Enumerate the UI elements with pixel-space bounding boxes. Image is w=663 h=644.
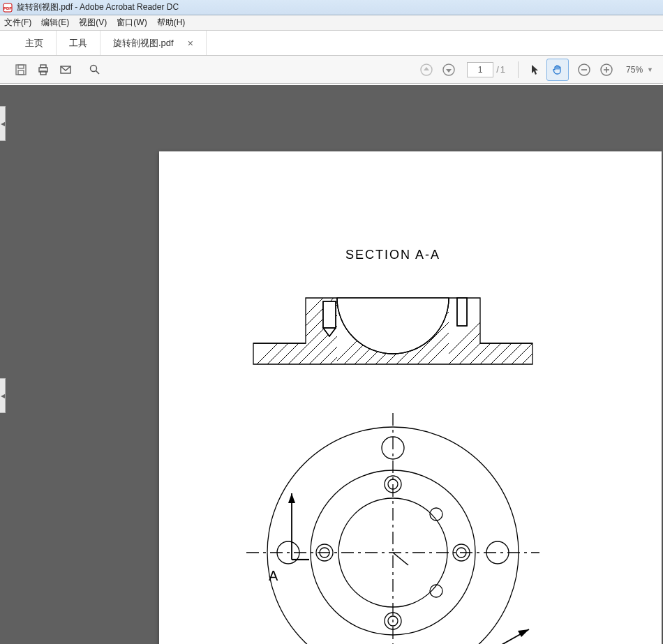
svg-line-40 [515,270,592,382]
hand-tool-button[interactable] [546,59,569,81]
svg-line-36 [473,270,585,382]
select-tool-button[interactable] [524,59,546,81]
svg-rect-4 [18,70,24,75]
tab-row: 主页 工具 旋转剖视图.pdf × [0,31,663,56]
left-panel-toggle-top[interactable]: ◀ [0,106,6,141]
technical-drawing: SECTION A-A [194,242,592,644]
tab-document[interactable]: 旋转剖视图.pdf × [100,31,207,55]
page-up-button[interactable] [415,59,438,81]
close-icon[interactable]: × [188,38,193,49]
page-down-button[interactable] [438,59,460,81]
email-button[interactable] [54,59,77,81]
toolbar: 1 / 1 75% ▼ [0,56,663,84]
svg-line-10 [96,70,100,74]
page-current-input[interactable]: 1 [467,62,493,77]
menu-bar: 文件(F) 编辑(E) 视图(V) 窗口(W) 帮助(H) [0,15,663,31]
menu-view[interactable]: 视图(V) [79,17,107,29]
left-panel-toggle-bottom[interactable]: ◀ [0,378,6,413]
svg-line-39 [505,270,592,382]
svg-rect-6 [40,65,46,68]
svg-rect-3 [18,65,24,68]
svg-line-35 [463,270,574,382]
svg-line-32 [431,270,543,382]
print-button[interactable] [32,59,54,81]
menu-window[interactable]: 窗口(W) [117,17,147,29]
svg-line-34 [452,270,564,382]
page-separator: / [496,64,499,75]
svg-line-37 [484,270,592,382]
menu-help[interactable]: 帮助(H) [157,17,186,29]
svg-point-9 [91,65,97,71]
svg-rect-2 [16,65,26,75]
svg-rect-52 [457,298,467,326]
svg-text:A: A [269,568,278,583]
window-titlebar: PDF 旋转剖视图.pdf - Adobe Acrobat Reader DC [0,0,663,15]
toolbar-separator [518,61,519,78]
svg-rect-51 [323,301,336,328]
tab-document-label: 旋转剖视图.pdf [113,37,174,50]
section-label: SECTION A-A [345,248,440,262]
zoom-dropdown-icon[interactable]: ▼ [647,66,653,73]
svg-text:PDF: PDF [3,6,12,10]
tab-tools[interactable]: 工具 [57,31,100,55]
document-viewport[interactable]: ◀ ◀ SECTION A-A [0,85,663,644]
find-button[interactable] [84,59,106,81]
menu-edit[interactable]: 编辑(E) [41,17,69,29]
svg-line-74 [393,553,408,565]
save-button[interactable] [10,59,32,81]
tab-home[interactable]: 主页 [13,31,57,55]
menu-file[interactable]: 文件(F) [4,17,31,29]
pdf-page: SECTION A-A [159,151,662,644]
page-total: 1 [500,64,505,75]
zoom-in-button[interactable] [595,59,618,81]
pdf-file-icon: PDF [3,3,13,13]
svg-line-38 [494,270,592,382]
zoom-out-button[interactable] [573,59,595,81]
window-title: 旋转剖视图.pdf - Adobe Acrobat Reader DC [17,1,179,13]
zoom-level[interactable]: 75% [626,65,643,75]
